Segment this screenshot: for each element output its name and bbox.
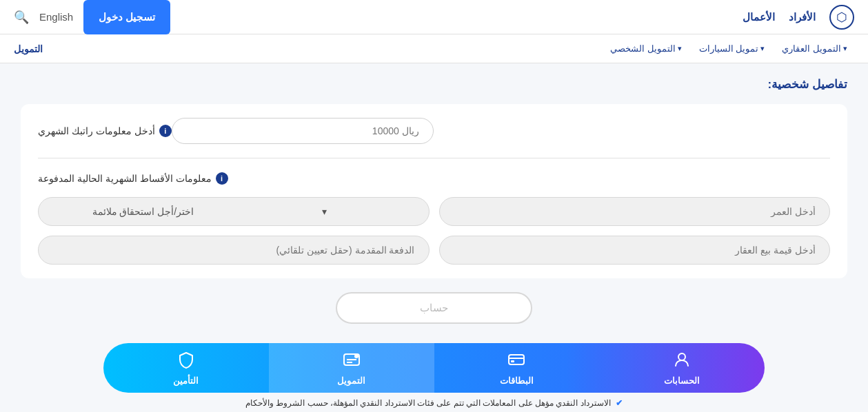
nav-real-estate[interactable]: ▾ التمويل العقاري xyxy=(775,43,854,54)
search-icon[interactable]: 🔍 xyxy=(14,10,29,25)
salary-label: أدخل معلومات راتبك الشهري xyxy=(38,125,155,136)
svg-rect-3 xyxy=(511,360,514,362)
bottom-note: ✔ الاسترداد النقدي مؤهل على المعاملات ال… xyxy=(0,398,868,408)
tab-accounts[interactable]: الحسابات xyxy=(599,343,765,393)
financing-icon xyxy=(343,351,361,373)
accounts-icon xyxy=(673,351,691,373)
divider xyxy=(38,158,830,158)
inputs-grid: ▾ اختر/أجل استحقاق ملائمة xyxy=(38,197,830,265)
chevron-down-icon: ▾ xyxy=(678,44,682,53)
chevron-down-icon: ▾ xyxy=(843,44,847,53)
nav-individuals[interactable]: الأفراد xyxy=(789,11,816,23)
svg-rect-1 xyxy=(509,355,524,364)
tab-cards[interactable]: البطاقات xyxy=(434,343,600,393)
tab-cards-label: البطاقات xyxy=(500,375,534,386)
tab-insurance-label: التأمين xyxy=(173,375,199,386)
nav-business[interactable]: الأعمال xyxy=(743,11,775,23)
tab-financing-label: التمويل xyxy=(337,375,365,386)
svg-point-0 xyxy=(678,353,685,360)
salary-info-icon[interactable]: i xyxy=(159,125,172,137)
eligibility-label: اختر/أجل استحقاق ملائمة xyxy=(52,206,234,217)
login-button[interactable]: تسجيل دخول xyxy=(83,0,170,34)
top-nav-right: ⬡ الأفراد الأعمال xyxy=(743,5,854,30)
second-nav-title: التمويل xyxy=(14,43,43,54)
eligibility-dropdown[interactable]: ▾ اختر/أجل استحقاق ملائمة xyxy=(38,197,430,226)
cards-icon xyxy=(507,351,525,373)
bottom-tab-bar: الحسابات البطاقات التمويل xyxy=(103,343,765,393)
form-section: i أدخل معلومات راتبك الشهري i معلومات ال… xyxy=(21,104,847,278)
chevron-down-icon: ▾ xyxy=(760,44,765,53)
second-nav-items: ▾ التمويل العقاري ▾ تمويل السيارات ▾ الت… xyxy=(603,43,854,54)
chevron-down-icon: ▾ xyxy=(234,206,415,217)
installment-label: معلومات الأقساط الشهرية الحالية المدفوعة xyxy=(38,173,212,184)
nav-personal[interactable]: ▾ التمويل الشخصي xyxy=(603,43,689,54)
calc-button[interactable]: حساب xyxy=(336,292,532,324)
section-title: تفاصيل شخصية: xyxy=(21,77,847,92)
salary-input[interactable] xyxy=(172,118,434,144)
age-input[interactable] xyxy=(439,197,831,226)
calc-button-wrapper: حساب xyxy=(21,292,847,324)
english-link[interactable]: English xyxy=(39,11,73,23)
property-value-input[interactable] xyxy=(439,236,831,265)
tab-insurance[interactable]: التأمين xyxy=(103,343,269,393)
svg-point-7 xyxy=(354,354,359,358)
down-payment-input[interactable] xyxy=(38,236,430,265)
installment-label-row: i معلومات الأقساط الشهرية الحالية المدفو… xyxy=(38,172,830,185)
second-navigation: ▾ التمويل العقاري ▾ تمويل السيارات ▾ الت… xyxy=(0,34,868,63)
bottom-note-text: الاسترداد النقدي مؤهل على المعاملات التي… xyxy=(245,398,611,408)
check-icon: ✔ xyxy=(616,398,623,408)
insurance-icon xyxy=(177,351,195,373)
tab-accounts-label: الحسابات xyxy=(664,375,700,386)
logo-icon[interactable]: ⬡ xyxy=(829,5,854,30)
nav-cars[interactable]: ▾ تمويل السيارات xyxy=(692,43,772,54)
installment-info-icon[interactable]: i xyxy=(216,172,228,185)
top-nav-left: تسجيل دخول English 🔍 xyxy=(14,0,170,34)
top-navigation: ⬡ الأفراد الأعمال تسجيل دخول English 🔍 xyxy=(0,0,868,34)
tab-financing[interactable]: التمويل xyxy=(269,343,434,393)
main-content: تفاصيل شخصية: i أدخل معلومات راتبك الشهر… xyxy=(0,63,868,353)
